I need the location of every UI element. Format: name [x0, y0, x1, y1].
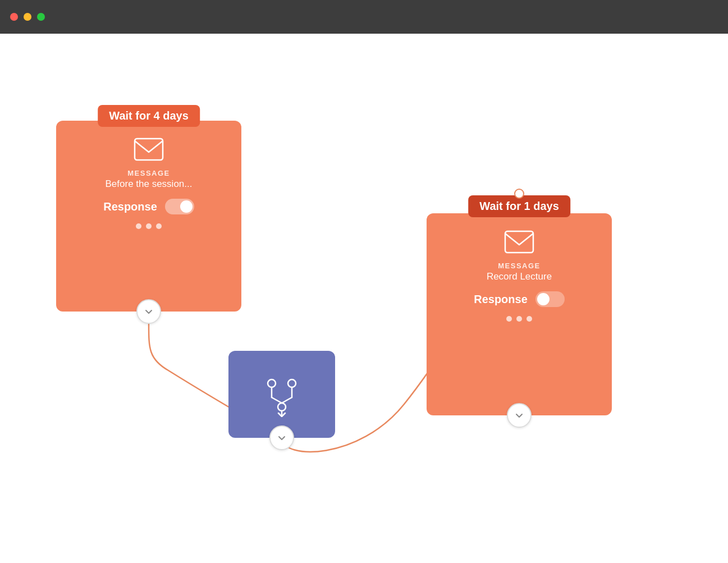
chevron-button-branch[interactable] — [269, 425, 294, 450]
svg-point-2 — [268, 379, 276, 387]
svg-rect-0 — [135, 139, 163, 160]
chevron-button-left[interactable] — [136, 299, 161, 324]
card-label-left: MESSAGE — [127, 169, 170, 177]
svg-line-8 — [282, 397, 292, 403]
card-message-left: Wait for 4 days MESSAGE Before the sessi… — [56, 121, 241, 312]
card-label-right: MESSAGE — [498, 262, 541, 270]
canvas: Wait for 4 days MESSAGE Before the sessi… — [0, 34, 728, 563]
traffic-light-yellow[interactable] — [24, 13, 31, 21]
branch-icon — [259, 372, 304, 417]
dot-r2 — [516, 316, 522, 322]
card-message-right: Wait for 1 days MESSAGE Record Lecture R… — [427, 213, 612, 415]
toggle-left[interactable] — [165, 199, 194, 214]
envelope-icon-left — [134, 138, 164, 163]
dot-r3 — [526, 316, 532, 322]
response-label-left: Response — [103, 200, 157, 213]
response-row-left: Response — [103, 199, 194, 214]
response-label-right: Response — [474, 293, 528, 306]
svg-point-4 — [278, 403, 286, 411]
envelope-icon-right — [504, 230, 534, 256]
titlebar — [0, 0, 728, 34]
dot-3 — [156, 223, 162, 229]
toggle-knob-left — [180, 200, 193, 213]
traffic-light-red[interactable] — [10, 13, 18, 21]
chevron-button-right[interactable] — [507, 403, 532, 428]
dot-1 — [136, 223, 141, 229]
toggle-right[interactable] — [535, 291, 565, 307]
dots-right — [506, 316, 532, 322]
card-subtitle-right: Record Lecture — [487, 271, 552, 282]
wait-badge-left[interactable]: Wait for 4 days — [98, 105, 200, 127]
svg-line-7 — [272, 397, 282, 403]
top-connector-circle — [514, 189, 524, 199]
card-branch — [228, 351, 335, 438]
card-subtitle-left: Before the session... — [106, 178, 193, 190]
traffic-light-green[interactable] — [37, 13, 45, 21]
svg-point-3 — [288, 379, 296, 387]
toggle-knob-right — [537, 293, 550, 305]
response-row-right: Response — [474, 291, 565, 307]
svg-rect-1 — [505, 231, 533, 253]
dots-left — [136, 223, 162, 229]
dot-2 — [146, 223, 152, 229]
dot-r1 — [506, 316, 512, 322]
